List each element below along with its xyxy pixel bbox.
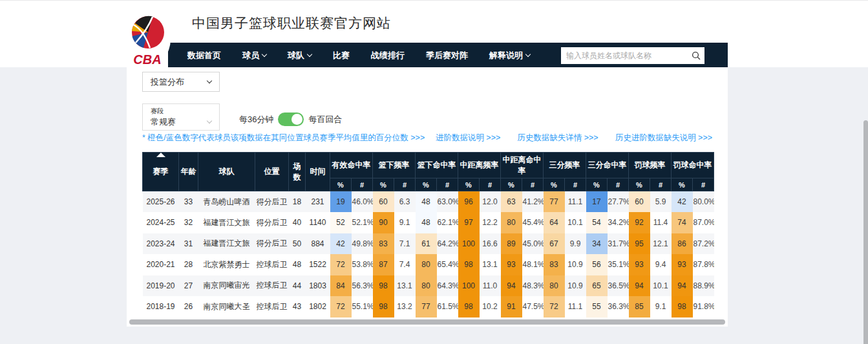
subcolumn-header[interactable]: # — [608, 178, 629, 191]
column-header-season[interactable]: 赛季 — [143, 153, 179, 191]
percentile-cell: 48 — [416, 191, 437, 213]
cell-games: 40 — [289, 212, 306, 233]
stat-value-cell: 80.0% — [693, 191, 714, 213]
column-header-position[interactable]: 位置 — [255, 153, 289, 191]
cell-age: 27 — [179, 275, 198, 297]
stat-value-cell: 36.3% — [608, 296, 629, 317]
subcolumn-header[interactable]: # — [565, 178, 586, 191]
subcolumn-header[interactable]: # — [650, 178, 672, 191]
nav-item-playoff-bracket[interactable]: 季后赛对阵 — [426, 50, 468, 61]
subcolumn-header[interactable]: % — [672, 178, 693, 191]
subcolumn-header[interactable]: % — [629, 178, 650, 191]
percentile-cell: 54 — [586, 212, 608, 233]
subcolumn-header[interactable]: # — [693, 178, 714, 191]
subcolumn-header[interactable]: % — [544, 178, 565, 191]
percentile-cell: 72 — [544, 296, 565, 317]
stat-value-cell: 63.0% — [437, 191, 458, 213]
percentile-cell: 52 — [330, 212, 352, 233]
stat-group-header[interactable]: 中距离命中率 — [501, 153, 544, 178]
nav-item-label: 季后赛对阵 — [426, 50, 468, 61]
subcolumn-header[interactable]: # — [480, 178, 501, 191]
subcolumn-header[interactable]: # — [522, 178, 544, 191]
cell-age: 31 — [179, 233, 198, 255]
nav-item-standings[interactable]: 战绩排行 — [371, 50, 405, 61]
stat-type-select[interactable]: 投篮分布 — [142, 72, 220, 92]
phase-select[interactable]: 赛段 常规赛 — [142, 103, 220, 131]
link-history-advanced-missing-info[interactable]: 历史进阶数据缺失说明 >>> — [615, 133, 712, 144]
subcolumn-header[interactable]: % — [458, 178, 480, 191]
cell-position: 控球后卫 — [255, 275, 289, 297]
stat-group-header[interactable]: 有效命中率 — [330, 153, 373, 178]
stat-value-cell: 62.1% — [437, 212, 458, 233]
nav-item-teams[interactable]: 球队 — [288, 50, 312, 61]
stat-value-cell: 9.1 — [394, 212, 416, 233]
percentile-cell: 94 — [501, 275, 522, 297]
vertical-scrollbar-thumb[interactable] — [863, 120, 868, 344]
column-header-team[interactable]: 球队 — [198, 153, 255, 191]
table-row: 2024-2532福建晋江文旅得分后卫4011405252.1%909.1486… — [143, 212, 714, 233]
stat-value-cell: 12.1 — [650, 233, 672, 255]
percentile-cell: 67 — [544, 233, 565, 255]
chevron-down-icon — [207, 78, 212, 83]
percentile-cell: 100 — [458, 275, 480, 297]
stat-value-cell: 47.5% — [522, 296, 544, 317]
percentile-cell: 74 — [672, 212, 693, 233]
link-advanced-stats-info[interactable]: 进阶数据说明 >>> — [436, 133, 500, 144]
nav-item-players[interactable]: 球员 — [242, 50, 266, 61]
subcolumn-header[interactable]: # — [437, 178, 458, 191]
horizontal-scrollbar-thumb[interactable] — [129, 319, 725, 325]
stat-group-header[interactable]: 篮下命中率 — [416, 153, 458, 178]
nav-item-matches[interactable]: 比赛 — [333, 50, 350, 61]
stat-group-header[interactable]: 罚球命中率 — [672, 153, 714, 178]
phase-select-label: 赛段 — [151, 107, 211, 116]
main-nav: 数据首页球员球队比赛战绩排行季后赛对阵解释说明 — [168, 43, 728, 68]
percentile-cell: 87 — [373, 254, 394, 275]
stat-value-cell: 10.9 — [565, 254, 586, 275]
stat-value-cell: 56.3% — [352, 275, 373, 297]
stat-group-header[interactable]: 三分命中率 — [586, 153, 629, 178]
stat-group-header[interactable]: 罚球频率 — [629, 153, 672, 178]
stat-value-cell: 12.0 — [480, 191, 501, 213]
main-nav-items: 数据首页球员球队比赛战绩排行季后赛对阵解释说明 — [187, 50, 530, 61]
toggle-left-label: 每36分钟 — [239, 114, 273, 125]
column-header-age[interactable]: 年龄 — [179, 153, 198, 191]
percentile-cell: 98 — [373, 275, 394, 297]
stat-group-header[interactable]: 篮下频率 — [373, 153, 416, 178]
cell-games: 50 — [289, 233, 306, 255]
rate-mode-switch[interactable] — [278, 113, 304, 126]
percentile-cell: 84 — [330, 275, 352, 297]
percentile-cell: 60 — [373, 191, 394, 213]
subcolumn-header[interactable]: # — [352, 178, 373, 191]
percentile-cell: 98 — [373, 296, 394, 317]
percentile-cell: 86 — [672, 233, 693, 255]
nav-item-data-home[interactable]: 数据首页 — [187, 50, 221, 61]
percentile-cell: 100 — [458, 233, 480, 255]
search-icon[interactable] — [688, 47, 704, 64]
subcolumn-header[interactable]: % — [586, 178, 608, 191]
cell-team: 福建晋江文旅 — [198, 212, 255, 233]
search-input[interactable] — [561, 51, 688, 60]
stat-value-cell: 11.1 — [565, 191, 586, 213]
stat-type-value: 投篮分布 — [151, 76, 184, 88]
stat-value-cell: 10.2 — [480, 296, 501, 317]
stat-group-header[interactable]: 三分频率 — [544, 153, 586, 178]
stat-group-header[interactable]: 中距离频率 — [458, 153, 501, 178]
nav-item-label: 比赛 — [333, 50, 350, 61]
cba-logo[interactable]: CBA — [124, 10, 171, 67]
nav-item-label: 解释说明 — [489, 50, 523, 61]
subcolumn-header[interactable]: % — [373, 178, 394, 191]
percentile-cell: 48 — [416, 212, 437, 233]
subcolumn-header[interactable]: % — [330, 178, 352, 191]
nav-item-glossary[interactable]: 解释说明 — [489, 50, 530, 61]
nav-item-label: 球队 — [288, 50, 304, 61]
site-title: 中国男子篮球职业联赛官方网站 — [192, 14, 391, 32]
column-header-games[interactable]: 场数 — [289, 153, 306, 191]
stat-value-cell: 34.2% — [608, 212, 629, 233]
cell-minutes: 1803 — [306, 275, 330, 297]
subcolumn-header[interactable]: % — [501, 178, 522, 191]
column-header-minutes[interactable]: 时间 — [306, 153, 330, 191]
subcolumn-header[interactable]: # — [394, 178, 416, 191]
subcolumn-header[interactable]: % — [416, 178, 437, 191]
stat-value-cell: 12.2 — [480, 212, 501, 233]
link-history-data-missing-details[interactable]: 历史数据缺失详情 >>> — [517, 133, 598, 144]
